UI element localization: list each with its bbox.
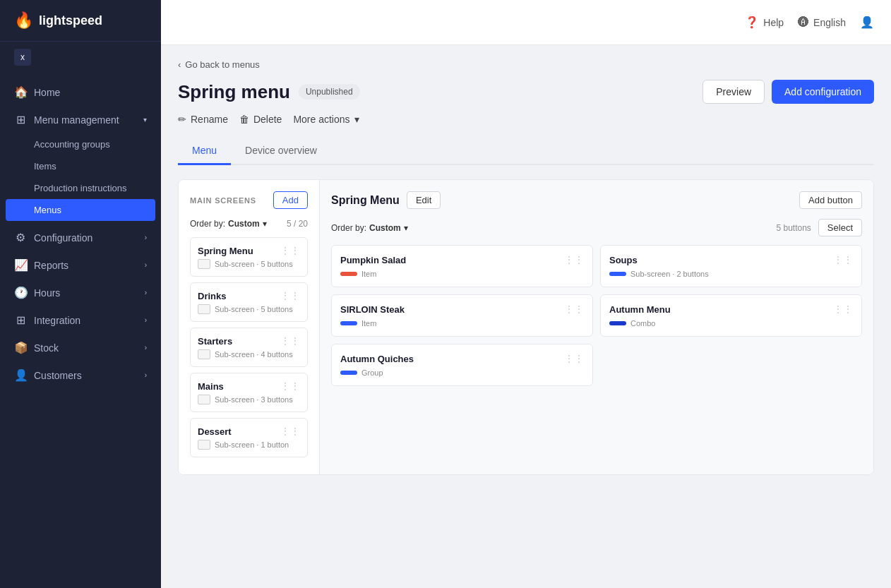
stock-icon: 📦 bbox=[14, 341, 27, 354]
add-screen-button[interactable]: Add bbox=[273, 191, 308, 209]
sidebar-subitem-production-instructions[interactable]: Production instructions bbox=[0, 177, 161, 199]
sidebar-item-customers[interactable]: 👤 Customers › bbox=[0, 361, 161, 389]
page-actions: Preview Add configuration bbox=[702, 80, 874, 104]
sidebar-close-button[interactable]: x bbox=[14, 49, 31, 66]
sidebar-item-home[interactable]: 🏠 Home bbox=[0, 78, 161, 106]
right-actions: 5 buttons Select bbox=[776, 219, 862, 236]
add-button-button[interactable]: Add button bbox=[799, 191, 862, 209]
sidebar-subitem-accounting-groups-label: Accounting groups bbox=[34, 139, 110, 150]
sidebar-item-hours[interactable]: 🕐 Hours › bbox=[0, 279, 161, 306]
content-area: ‹ Go back to menus Spring menu Unpublish… bbox=[161, 45, 891, 588]
sidebar-item-configuration[interactable]: ⚙ Configuration › bbox=[0, 224, 161, 251]
button-card-autumn-menu[interactable]: Autumn Menu ⋮⋮ Combo bbox=[600, 294, 862, 337]
color-bar-autumn-quiches bbox=[340, 371, 357, 375]
color-bar-soups bbox=[609, 272, 626, 276]
left-order-value: Custom bbox=[228, 219, 260, 229]
tab-device-overview[interactable]: Device overview bbox=[231, 138, 331, 165]
btn-type-soups: Sub-screen · 2 buttons bbox=[630, 270, 709, 278]
screen-count: 5 / 20 bbox=[287, 219, 308, 229]
add-configuration-button[interactable]: Add configuration bbox=[772, 80, 874, 104]
buttons-count: 5 buttons bbox=[776, 223, 811, 233]
rename-label: Rename bbox=[191, 114, 228, 125]
color-bar-pumpkin-salad bbox=[340, 272, 357, 276]
screen-card-spring-menu[interactable]: Spring Menu ⋮⋮ Sub-screen · 5 buttons bbox=[190, 237, 308, 277]
sidebar-subitem-items-label: Items bbox=[34, 161, 56, 172]
right-order-value: Custom bbox=[369, 223, 401, 233]
sidebar-subitem-menus[interactable]: Menus bbox=[6, 199, 155, 221]
screen-card-drinks[interactable]: Drinks ⋮⋮ Sub-screen · 5 buttons bbox=[190, 282, 308, 322]
screen-card-starters[interactable]: Starters ⋮⋮ Sub-screen · 4 buttons bbox=[190, 328, 308, 367]
btn-type-pumpkin-salad: Item bbox=[361, 270, 376, 278]
left-order-select[interactable]: Order by: Custom ▾ bbox=[190, 219, 267, 229]
delete-link[interactable]: 🗑 Delete bbox=[239, 114, 282, 125]
color-bar-sirloin-steak bbox=[340, 321, 357, 325]
sidebar-item-stock[interactable]: 📦 Stock › bbox=[0, 334, 161, 361]
breadcrumb-arrow-icon: ‹ bbox=[178, 59, 181, 70]
panels: MAIN SCREENS Add Order by: Custom ▾ 5 / … bbox=[178, 179, 874, 475]
main-content: ❓ Help 🅐 English 👤 ‹ Go back to menus Sp… bbox=[161, 0, 891, 588]
drag-handle-icon: ⋮⋮ bbox=[280, 380, 300, 392]
sidebar-subitem-menus-label: Menus bbox=[34, 205, 61, 215]
help-button[interactable]: ❓ Help bbox=[745, 16, 784, 29]
button-card-autumn-quiches[interactable]: Autumn Quiches ⋮⋮ Group bbox=[331, 344, 593, 386]
screen-thumbnail-icon bbox=[198, 395, 210, 404]
delete-icon: 🗑 bbox=[239, 114, 249, 125]
drag-handle-icon: ⋮⋮ bbox=[280, 245, 300, 256]
logo-area: 🔥 lightspeed bbox=[0, 0, 161, 42]
drag-handle-icon: ⋮⋮ bbox=[833, 254, 853, 265]
sidebar-subitem-accounting-groups[interactable]: Accounting groups bbox=[0, 133, 161, 155]
chevron-down-icon: ▾ bbox=[143, 116, 147, 124]
sidebar-item-menu-management[interactable]: ⊞ Menu management ▾ bbox=[0, 106, 161, 133]
customers-chevron-icon: › bbox=[145, 371, 147, 379]
left-panel-header: MAIN SCREENS Add bbox=[190, 191, 308, 209]
edit-button[interactable]: Edit bbox=[407, 191, 441, 209]
integration-icon: ⊞ bbox=[14, 313, 27, 327]
left-panel: MAIN SCREENS Add Order by: Custom ▾ 5 / … bbox=[179, 180, 320, 474]
screen-card-dessert[interactable]: Dessert ⋮⋮ Sub-screen · 1 button bbox=[190, 418, 308, 457]
screen-name-dessert: Dessert bbox=[198, 426, 232, 437]
right-order-select[interactable]: Order by: Custom ▾ bbox=[331, 223, 408, 233]
sidebar-subitem-items[interactable]: Items bbox=[0, 155, 161, 177]
screen-name-mains: Mains bbox=[198, 381, 224, 392]
preview-button[interactable]: Preview bbox=[702, 80, 765, 104]
status-badge: Unpublished bbox=[299, 84, 360, 100]
integration-chevron-icon: › bbox=[145, 316, 147, 324]
sidebar-close-area: x bbox=[0, 42, 161, 73]
sidebar-item-reports[interactable]: 📈 Reports › bbox=[0, 251, 161, 279]
hours-icon: 🕐 bbox=[14, 286, 27, 299]
select-button[interactable]: Select bbox=[818, 219, 862, 236]
reports-icon: 📈 bbox=[14, 258, 27, 272]
page-title: Spring menu bbox=[178, 81, 290, 103]
more-actions-link[interactable]: More actions ▾ bbox=[293, 114, 359, 125]
drag-handle-icon: ⋮⋮ bbox=[280, 335, 300, 347]
btn-type-autumn-quiches: Group bbox=[361, 368, 383, 377]
sidebar-item-home-label: Home bbox=[34, 87, 60, 98]
tabs: Menu Device overview bbox=[178, 138, 874, 165]
reports-chevron-icon: › bbox=[145, 261, 147, 269]
user-menu[interactable]: 👤 bbox=[860, 16, 874, 29]
help-label: Help bbox=[763, 17, 784, 28]
screen-card-mains[interactable]: Mains ⋮⋮ Sub-screen · 3 buttons bbox=[190, 373, 308, 412]
button-card-pumpkin-salad[interactable]: Pumpkin Salad ⋮⋮ Item bbox=[331, 245, 593, 287]
sidebar-subitem-production-instructions-label: Production instructions bbox=[34, 183, 127, 193]
page-header: Spring menu Unpublished Preview Add conf… bbox=[178, 80, 874, 104]
sidebar-item-integration[interactable]: ⊞ Integration › bbox=[0, 306, 161, 334]
rename-link[interactable]: ✏ Rename bbox=[178, 114, 228, 125]
right-title-row: Spring Menu Edit bbox=[331, 191, 441, 209]
right-panel-title: Spring Menu bbox=[331, 194, 400, 207]
more-actions-label: More actions bbox=[293, 114, 349, 125]
screen-name-starters: Starters bbox=[198, 336, 232, 347]
customers-icon: 👤 bbox=[14, 368, 27, 382]
page-title-row: Spring menu Unpublished bbox=[178, 81, 360, 103]
button-card-soups[interactable]: Soups ⋮⋮ Sub-screen · 2 buttons bbox=[600, 245, 862, 287]
screen-meta-starters: Sub-screen · 4 buttons bbox=[215, 350, 293, 359]
sidebar-item-integration-label: Integration bbox=[34, 315, 80, 326]
menu-management-icon: ⊞ bbox=[14, 113, 27, 126]
more-actions-chevron-icon: ▾ bbox=[354, 114, 359, 125]
rename-icon: ✏ bbox=[178, 114, 186, 125]
action-row: ✏ Rename 🗑 Delete More actions ▾ bbox=[178, 114, 874, 125]
button-card-sirloin-steak[interactable]: SIRLOIN Steak ⋮⋮ Item bbox=[331, 294, 593, 337]
breadcrumb[interactable]: ‹ Go back to menus bbox=[178, 59, 874, 70]
tab-menu[interactable]: Menu bbox=[178, 138, 231, 165]
language-selector[interactable]: 🅐 English bbox=[798, 16, 846, 29]
